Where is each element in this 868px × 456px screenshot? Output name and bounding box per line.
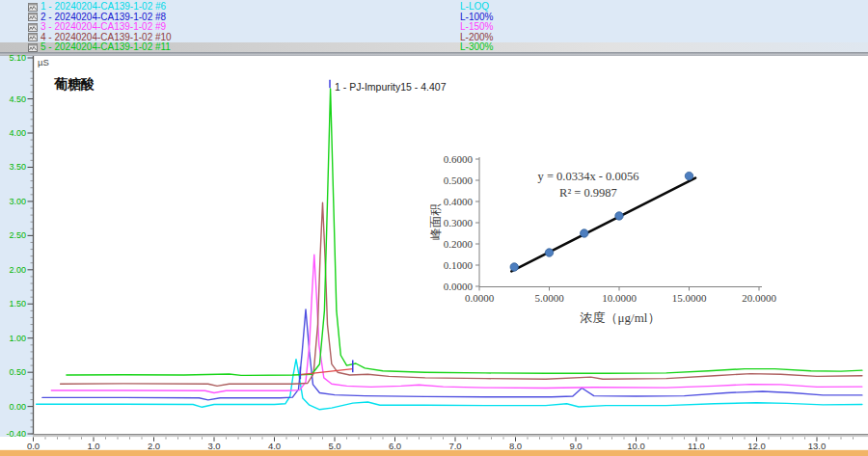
y-tick-label: 0.00 bbox=[9, 402, 26, 412]
y-tick-label: 4.50 bbox=[9, 94, 26, 104]
chromatogram-title: 葡糖酸 bbox=[54, 76, 95, 94]
inset-y-tick-label: 0.5000 bbox=[444, 174, 474, 186]
calibration-data-point bbox=[545, 249, 553, 256]
inset-y-tick-label: 0.2000 bbox=[444, 238, 474, 250]
chromatography-software-window: 1 - 20240204-CA139-1-02 #6 L-LOQ 2 - 202… bbox=[0, 0, 868, 456]
y-tick-label: 3.50 bbox=[9, 162, 26, 172]
calibration-data-point bbox=[685, 172, 692, 179]
inset-y-tick-label: 0.4000 bbox=[444, 196, 474, 207]
inset-y-axis-title: 峰面积 bbox=[429, 203, 443, 240]
y-tick-label: 5.10 bbox=[9, 53, 26, 63]
y-tick-label: 0.50 bbox=[9, 367, 26, 377]
inset-x-tick-label: 0.0000 bbox=[465, 292, 495, 304]
inset-x-tick-label: 5.0000 bbox=[534, 292, 564, 304]
inset-y-tick-label: 0.0000 bbox=[444, 281, 474, 292]
y-tick-label: 1.50 bbox=[9, 299, 26, 308]
calibration-data-point bbox=[510, 263, 518, 271]
inset-y-tick-label: 0.3000 bbox=[444, 217, 474, 228]
y-tick-label: 4.00 bbox=[9, 128, 26, 138]
y-tick-label: -0.40 bbox=[6, 429, 26, 439]
trendline-equation: y = 0.0334x - 0.0056 bbox=[538, 170, 639, 183]
inset-y-tick-label: 0.6000 bbox=[444, 153, 474, 165]
trendline-r-squared: R² = 0.9987 bbox=[559, 186, 617, 200]
y-tick-label: 3.00 bbox=[9, 197, 26, 206]
y-tick-label: 2.50 bbox=[9, 230, 26, 240]
inset-x-tick-label: 15.0000 bbox=[672, 292, 707, 304]
calibration-data-point bbox=[615, 212, 623, 220]
inset-y-tick-label: 0.1000 bbox=[444, 259, 474, 271]
peak-annotation-label: 1 - PJ-Impurity15 - 4.407 bbox=[335, 81, 447, 93]
inset-x-tick-label: 20.0000 bbox=[742, 292, 776, 304]
inset-x-axis-title: 浓度（μg/ml） bbox=[580, 310, 661, 325]
y-axis-unit-label: µS bbox=[38, 57, 49, 67]
y-tick-label: 1.00 bbox=[9, 334, 26, 343]
y-tick-label: 2.00 bbox=[9, 265, 26, 275]
bottom-scroll-bar[interactable] bbox=[0, 449, 868, 456]
calibration-curve-chart: 0.00000.10000.20000.30000.40000.50000.60… bbox=[415, 140, 781, 337]
chart-canvas-holder: 5.104.504.003.503.002.502.001.501.000.50… bbox=[0, 0, 868, 456]
calibration-data-point bbox=[581, 229, 588, 237]
inset-x-tick-label: 10.0000 bbox=[602, 292, 637, 304]
